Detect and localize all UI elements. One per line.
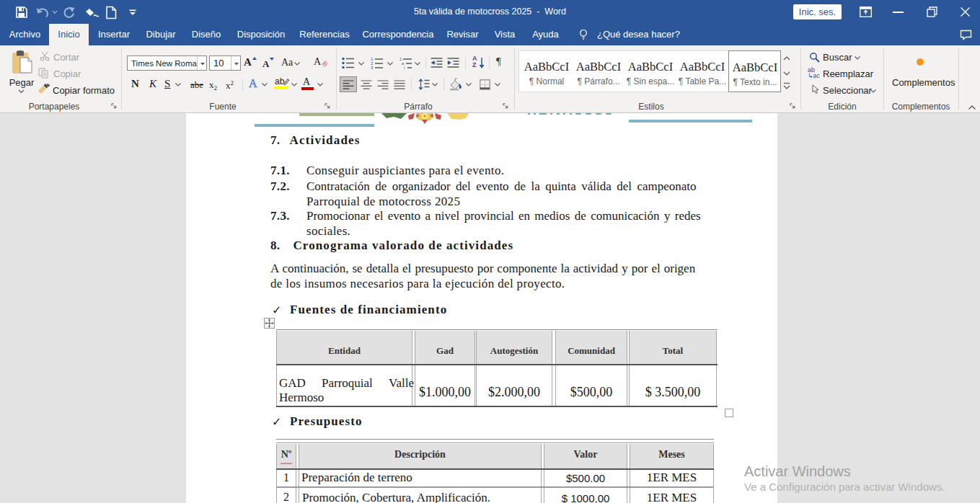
svg-text:i: i xyxy=(404,66,405,69)
svg-text:3: 3 xyxy=(371,66,374,69)
